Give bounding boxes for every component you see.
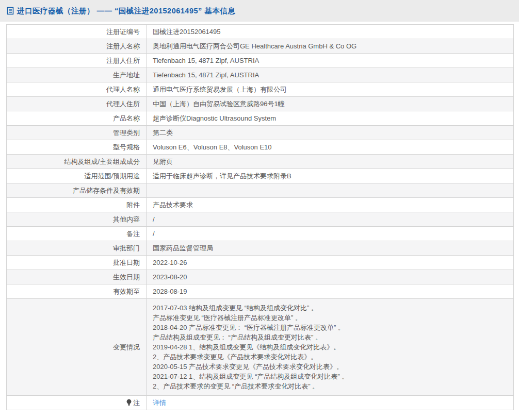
bulb-icon: [126, 399, 132, 406]
field-label: 有效期至: [7, 284, 147, 299]
field-value: [147, 183, 514, 198]
field-value: 详情: [147, 396, 514, 410]
table-row: 其他内容 /: [7, 212, 514, 227]
field-value: Voluson E6、Voluson E8、Voluson E10: [147, 140, 514, 155]
change-line: 产品标准变更见 “医疗器械注册产品标准更改单” 。: [153, 313, 509, 323]
change-line: 2018-04-20 产品标准变更见： “医疗器械注册产品标准更改单” 。: [153, 323, 509, 332]
table-row: 有效期至 2028-08-19: [7, 284, 514, 299]
table-row: 代理人住所 中国（上海）自由贸易试验区意威路96号1幢: [7, 97, 514, 111]
field-label: 代理人名称: [7, 82, 147, 97]
field-label: 批准日期: [7, 256, 147, 270]
table-row: 管理类别 第二类: [7, 126, 514, 140]
field-label: 变更情况: [7, 299, 147, 396]
field-value: Tiefenbach 15, 4871 Zipf, AUSTRIA: [147, 54, 514, 68]
field-label: 代理人住所: [7, 97, 147, 111]
table-row-change-history: 变更情况 2017-07-03 结构及组成变更见 “结构及组成变化对比” 。 产…: [7, 299, 514, 396]
field-value: 通用电气医疗系统贸易发展（上海）有限公司: [147, 82, 514, 97]
table-row: 附件 产品技术要求: [7, 198, 514, 212]
field-label: 注册证编号: [7, 25, 147, 39]
field-value: /: [147, 227, 514, 241]
field-label: 备注: [7, 227, 147, 241]
table-row: 审批部门 国家药品监督管理局: [7, 241, 514, 256]
field-label: 适用范围/预期用途: [7, 169, 147, 183]
table-row: 注册人住所 Tiefenbach 15, 4871 Zipf, AUSTRIA: [7, 54, 514, 68]
field-value: 中国（上海）自由贸易试验区意威路96号1幢: [147, 97, 514, 111]
field-label: 型号规格: [7, 140, 147, 155]
table-row: 生效日期 2023-08-20: [7, 270, 514, 284]
field-value: 第二类: [147, 126, 514, 140]
field-label: 其他内容: [7, 212, 147, 227]
field-label: 附件: [7, 198, 147, 212]
change-line: 2021-07-12 1、结构及组成变更见 “产品结构及组成变化对比表” 。: [153, 372, 509, 381]
table-row: 型号规格 Voluson E6、Voluson E8、Voluson E10: [7, 140, 514, 155]
field-value: /: [147, 212, 514, 227]
registration-info-table: 注册证编号 国械注进20152061495 注册人名称 奥地利通用电气医疗两合公…: [6, 24, 514, 410]
field-value: 国械注进20152061495: [147, 25, 514, 39]
field-value: 适用于临床超声诊断，详见产品技术要求附录B: [147, 169, 514, 183]
detail-link[interactable]: 详情: [153, 399, 166, 407]
table-row: 产品储存条件及有效期: [7, 183, 514, 198]
table-row: 批准日期 2022-10-26: [7, 256, 514, 270]
table-row: 代理人名称 通用电气医疗系统贸易发展（上海）有限公司: [7, 82, 514, 97]
table-row: 注册证编号 国械注进20152061495: [7, 25, 514, 39]
field-label: 生产地址: [7, 68, 147, 82]
change-line: 2020-05-15 产品技术要求变更见《产品技术要求变化对比表》。: [153, 362, 509, 372]
field-label: 产品名称: [7, 111, 147, 126]
field-value: 见附页: [147, 155, 514, 169]
page-title: 进口医疗器械（注册） —— “国械注进20152061495” 基本信息: [17, 6, 235, 16]
table-row: 产品名称 超声诊断仪Diagnostic Ultrasound System: [7, 111, 514, 126]
field-value: 产品技术要求: [147, 198, 514, 212]
field-value: Tiefenbach 15, 4871 Zipf, AUSTRIA: [147, 68, 514, 82]
field-label: 产品储存条件及有效期: [7, 183, 147, 198]
field-value: 2022-10-26: [147, 256, 514, 270]
field-label: 注册人名称: [7, 39, 147, 54]
change-line: 2017-07-03 结构及组成变更见 “结构及组成变化对比” 。: [153, 303, 509, 313]
field-label: 注: [7, 396, 147, 410]
change-line: 2019-04-28 1、结构及组成变更见《结构及组成变化对比表》。: [153, 342, 509, 352]
table-row: 备注 /: [7, 227, 514, 241]
change-line: 2、产品技术要求的变更见 “产品技术要求变化对比表” 。: [153, 381, 509, 391]
field-label: 管理类别: [7, 126, 147, 140]
table-row: 适用范围/预期用途 适用于临床超声诊断，详见产品技术要求附录B: [7, 169, 514, 183]
document-icon: [7, 7, 14, 15]
field-value: 2017-07-03 结构及组成变更见 “结构及组成变化对比” 。 产品标准变更…: [147, 299, 514, 396]
field-value: 奥地利通用电气医疗两合公司GE Healthcare Austria GmbH …: [147, 39, 514, 54]
change-line: 产品结构及组成变更见： “产品结构及组成变更对比表” 。: [153, 332, 509, 342]
field-value: 超声诊断仪Diagnostic Ultrasound System: [147, 111, 514, 126]
table-row: 结构及组成/主要组成成分 见附页: [7, 155, 514, 169]
field-label: 注册人住所: [7, 54, 147, 68]
page-header: 进口医疗器械（注册） —— “国械注进20152061495” 基本信息: [0, 0, 519, 22]
table-row: 注册人名称 奥地利通用电气医疗两合公司GE Healthcare Austria…: [7, 39, 514, 54]
field-label: 审批部门: [7, 241, 147, 256]
field-label: 结构及组成/主要组成成分: [7, 155, 147, 169]
field-value: 2028-08-19: [147, 284, 514, 299]
field-value: 2023-08-20: [147, 270, 514, 284]
table-row-note: 注 详情: [7, 396, 514, 410]
table-row: 生产地址 Tiefenbach 15, 4871 Zipf, AUSTRIA: [7, 68, 514, 82]
change-line: 2、产品技术要求变更见《产品技术要求变化对比表》。: [153, 352, 509, 362]
note-label: 注: [133, 399, 140, 407]
field-label: 生效日期: [7, 270, 147, 284]
field-value: 国家药品监督管理局: [147, 241, 514, 256]
